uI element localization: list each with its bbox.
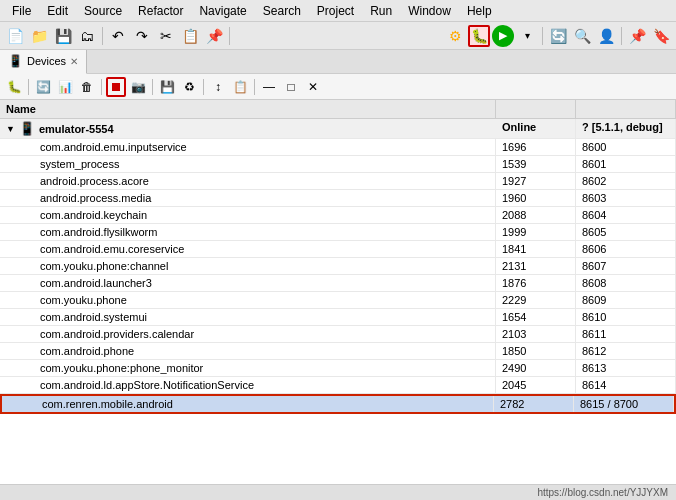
dropdown-btn[interactable]: ▾ bbox=[516, 25, 538, 47]
maximize-btn[interactable]: □ bbox=[281, 77, 301, 97]
menu-edit[interactable]: Edit bbox=[39, 2, 76, 20]
sync-btn[interactable]: 🔄 bbox=[547, 25, 569, 47]
process-port-cell: 8608 bbox=[576, 275, 676, 291]
process-pid-cell: 2045 bbox=[496, 377, 576, 393]
process-name-cell: android.process.media bbox=[0, 190, 496, 206]
undo-btn[interactable]: ↶ bbox=[107, 25, 129, 47]
new-btn[interactable]: 📄 bbox=[4, 25, 26, 47]
update-threads-btn[interactable]: 🔄 bbox=[33, 77, 53, 97]
table-row[interactable]: com.android.keychain20888604 bbox=[0, 207, 676, 224]
open-ddms-btn[interactable]: 📋 bbox=[230, 77, 250, 97]
save-all-btn[interactable]: 🗂 bbox=[76, 25, 98, 47]
sep4 bbox=[621, 27, 622, 45]
tab-bar: 📱 Devices ✕ bbox=[0, 50, 676, 74]
devices-tab[interactable]: 📱 Devices ✕ bbox=[0, 50, 87, 74]
profile-btn[interactable]: 👤 bbox=[595, 25, 617, 47]
redo-btn[interactable]: ↷ bbox=[131, 25, 153, 47]
cut-btn[interactable]: ✂ bbox=[155, 25, 177, 47]
process-name-cell: com.android.phone bbox=[0, 343, 496, 359]
process-name-cell: com.android.systemui bbox=[0, 309, 496, 325]
process-name-cell: system_process bbox=[0, 156, 496, 172]
menu-run[interactable]: Run bbox=[362, 2, 400, 20]
process-table: Name ▼ 📱 emulator-5554 Online ? [5.1.1, … bbox=[0, 100, 676, 484]
process-port-cell: 8602 bbox=[576, 173, 676, 189]
close-panel-btn[interactable]: ✕ bbox=[303, 77, 323, 97]
table-row[interactable]: com.youku.phone:channel21318607 bbox=[0, 258, 676, 275]
run-btn[interactable]: ▶ bbox=[492, 25, 514, 47]
sep3 bbox=[542, 27, 543, 45]
process-port-cell: 8609 bbox=[576, 292, 676, 308]
open-btn[interactable]: 📁 bbox=[28, 25, 50, 47]
table-row[interactable]: com.android.providers.calendar21038611 bbox=[0, 326, 676, 343]
device-row-header[interactable]: ▼ 📱 emulator-5554 Online ? [5.1.1, debug… bbox=[0, 119, 676, 139]
table-row[interactable]: com.android.flysilkworm19998605 bbox=[0, 224, 676, 241]
dtb-sep5 bbox=[254, 79, 255, 95]
bookmark-btn[interactable]: 🔖 bbox=[650, 25, 672, 47]
table-row[interactable]: android.process.media19608603 bbox=[0, 190, 676, 207]
clear-log-btn[interactable]: 🗑 bbox=[77, 77, 97, 97]
menu-window[interactable]: Window bbox=[400, 2, 459, 20]
col-name: Name bbox=[0, 100, 496, 118]
table-row[interactable]: com.renren.mobile.android27828615 / 8700 bbox=[0, 394, 676, 414]
copy-btn[interactable]: 📋 bbox=[179, 25, 201, 47]
tab-label: Devices bbox=[27, 55, 66, 67]
table-row[interactable]: com.android.phone18508612 bbox=[0, 343, 676, 360]
tab-icon: 📱 bbox=[8, 54, 23, 68]
cause-gc-btn[interactable]: ♻ bbox=[179, 77, 199, 97]
pin-btn[interactable]: 📌 bbox=[626, 25, 648, 47]
sep1 bbox=[102, 27, 103, 45]
paste-btn[interactable]: 📌 bbox=[203, 25, 225, 47]
col-port bbox=[576, 100, 676, 118]
process-pid-cell: 1850 bbox=[496, 343, 576, 359]
table-row[interactable]: android.process.acore19278602 bbox=[0, 173, 676, 190]
menu-search[interactable]: Search bbox=[255, 2, 309, 20]
save-btn[interactable]: 💾 bbox=[52, 25, 74, 47]
debug-process-btn[interactable]: 🐛 bbox=[4, 77, 24, 97]
process-name-cell: com.android.keychain bbox=[0, 207, 496, 223]
screen-capture-btn[interactable]: 📷 bbox=[128, 77, 148, 97]
process-pid-cell: 1960 bbox=[496, 190, 576, 206]
menu-bar: File Edit Source Refactor Navigate Searc… bbox=[0, 0, 676, 22]
process-port-cell: 8613 bbox=[576, 360, 676, 376]
menu-project[interactable]: Project bbox=[309, 2, 362, 20]
table-row[interactable]: com.android.ld.appStore.NotificationServ… bbox=[0, 377, 676, 394]
process-port-cell: 8612 bbox=[576, 343, 676, 359]
table-row[interactable]: com.android.launcher318768608 bbox=[0, 275, 676, 292]
sep2 bbox=[229, 27, 230, 45]
menu-file[interactable]: File bbox=[4, 2, 39, 20]
device-name-cell: ▼ 📱 emulator-5554 bbox=[0, 119, 496, 138]
process-pid-cell: 1696 bbox=[496, 139, 576, 155]
table-row[interactable]: com.youku.phone22298609 bbox=[0, 292, 676, 309]
menu-help[interactable]: Help bbox=[459, 2, 500, 20]
table-row[interactable]: com.youku.phone:phone_monitor24908613 bbox=[0, 360, 676, 377]
process-pid-cell: 1841 bbox=[496, 241, 576, 257]
minimize-btn[interactable]: — bbox=[259, 77, 279, 97]
update-heap-btn[interactable]: 📊 bbox=[55, 77, 75, 97]
debug-btn[interactable]: 🐛 bbox=[468, 25, 490, 47]
process-port-cell: 8600 bbox=[576, 139, 676, 155]
process-name-cell: com.android.flysilkworm bbox=[0, 224, 496, 240]
toggle-method-btn[interactable]: ↕ bbox=[208, 77, 228, 97]
dump-hprof-btn[interactable]: 💾 bbox=[157, 77, 177, 97]
process-pid-cell: 2490 bbox=[496, 360, 576, 376]
table-row[interactable]: com.android.systemui16548610 bbox=[0, 309, 676, 326]
process-pid-cell: 1539 bbox=[496, 156, 576, 172]
table-row[interactable]: com.android.emu.inputservice16968600 bbox=[0, 139, 676, 156]
settings-btn[interactable]: ⚙ bbox=[444, 25, 466, 47]
col-pid bbox=[496, 100, 576, 118]
process-port-cell: 8614 bbox=[576, 377, 676, 393]
process-pid-cell: 1927 bbox=[496, 173, 576, 189]
menu-refactor[interactable]: Refactor bbox=[130, 2, 191, 20]
status-bar: https://blog.csdn.net/YJJYXM bbox=[0, 484, 676, 500]
menu-navigate[interactable]: Navigate bbox=[191, 2, 254, 20]
stop-process-btn[interactable]: ⏹ bbox=[106, 77, 126, 97]
tab-close-btn[interactable]: ✕ bbox=[70, 56, 78, 67]
table-row[interactable]: com.android.emu.coreservice18418606 bbox=[0, 241, 676, 258]
process-pid-cell: 2782 bbox=[494, 396, 574, 412]
table-row[interactable]: system_process15398601 bbox=[0, 156, 676, 173]
search-toolbar-btn[interactable]: 🔍 bbox=[571, 25, 593, 47]
menu-source[interactable]: Source bbox=[76, 2, 130, 20]
process-port-cell: 8615 / 8700 bbox=[574, 396, 674, 412]
dtb-sep1 bbox=[28, 79, 29, 95]
process-port-cell: 8610 bbox=[576, 309, 676, 325]
